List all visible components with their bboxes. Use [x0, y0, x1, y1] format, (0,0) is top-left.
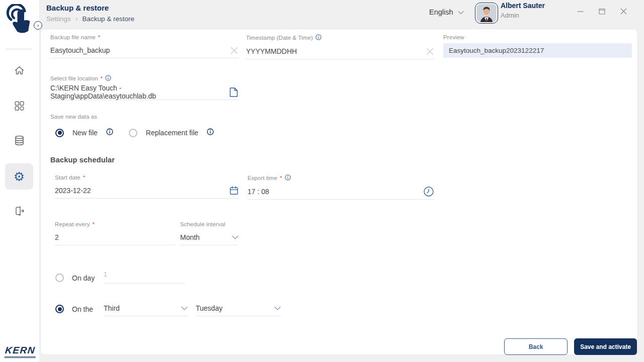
export-time-input[interactable]: 17 : 08	[248, 188, 269, 196]
backup-file-name-field: Backup file name * Easytouch_backup	[50, 34, 238, 58]
user-role: Admin	[501, 12, 545, 19]
on-day-radio[interactable]	[55, 274, 64, 282]
breadcrumb-settings[interactable]: Settings	[46, 15, 71, 23]
schedule-interval-value: Month	[180, 233, 200, 241]
weekday-value: Tuesday	[196, 304, 222, 312]
sidebar: ⚙ KERN	[0, 0, 39, 362]
home-icon	[14, 65, 25, 78]
minimize-button[interactable]	[577, 8, 584, 15]
save-new-data-as-label: Save new data as	[50, 114, 97, 120]
calendar-icon	[229, 186, 239, 196]
sidebar-item-home[interactable]	[5, 58, 33, 84]
breadcrumb-separator-icon: ›	[75, 15, 78, 23]
new-file-info-icon[interactable]	[106, 128, 113, 137]
sidebar-expand-button[interactable]: ›	[34, 21, 42, 30]
file-location-info-icon[interactable]	[105, 75, 111, 82]
chevron-down-icon	[181, 304, 188, 313]
on-day-input[interactable]: 1	[104, 269, 185, 284]
logout-icon	[14, 205, 25, 219]
easytouch-logo-icon	[5, 4, 35, 36]
backup-file-name-input[interactable]: Easytouch_backup	[50, 46, 110, 54]
ordinal-select[interactable]: Third	[104, 300, 188, 316]
sidebar-item-settings[interactable]: ⚙	[5, 163, 33, 190]
export-time-info-icon[interactable]	[285, 174, 291, 182]
back-button[interactable]: Back	[504, 338, 568, 355]
on-day-label: On day	[72, 274, 95, 282]
clear-timestamp-button[interactable]	[426, 47, 434, 56]
user-name: Albert Sauter	[501, 2, 545, 10]
open-calendar-button[interactable]	[229, 186, 239, 196]
sidebar-item-database[interactable]	[5, 128, 33, 154]
repeat-every-input[interactable]: 2	[55, 233, 59, 241]
schedule-interval-select[interactable]: Month	[180, 230, 238, 245]
clear-x-icon	[426, 47, 434, 56]
backup-file-name-label: Backup file name	[50, 34, 96, 40]
top-bar: Backup & restore Settings › Backup & res…	[39, 0, 644, 29]
start-date-input[interactable]: 2023-12-22	[55, 187, 91, 195]
apps-grid-icon	[14, 100, 25, 114]
save-new-data-as-options: New file Replacement file	[55, 128, 214, 137]
window-controls	[577, 8, 627, 15]
chevron-down-icon	[232, 233, 238, 242]
replacement-file-info-icon[interactable]	[207, 128, 214, 137]
breadcrumb: Settings › Backup & restore	[46, 15, 134, 23]
language-label: English	[429, 8, 453, 16]
chevron-down-icon	[458, 8, 464, 16]
on-day-value: 1	[104, 271, 107, 278]
browse-file-button[interactable]	[229, 87, 238, 98]
required-marker: *	[280, 175, 282, 181]
on-day-row: On day	[55, 274, 95, 282]
timestamp-field: Timestamp (Date & Time) YYYYMMDDHH	[246, 34, 434, 59]
backup-scheduler-heading: Backup schedular	[50, 156, 115, 164]
timestamp-input[interactable]: YYYYMMDDHH	[246, 47, 297, 55]
database-icon	[14, 135, 25, 148]
clock-icon	[423, 186, 434, 197]
weekday-select[interactable]: Tuesday	[196, 300, 281, 316]
export-time-label: Export time	[248, 175, 277, 181]
sidebar-item-apps[interactable]	[5, 94, 33, 120]
repeat-every-field: Repeat every * 2	[55, 221, 176, 245]
language-selector[interactable]: English	[429, 8, 464, 16]
required-marker: *	[98, 34, 101, 40]
maximize-button[interactable]	[598, 8, 605, 15]
user-info[interactable]: Albert Sauter Admin	[501, 2, 545, 19]
page-title: Backup & restore	[46, 4, 109, 12]
save-and-activate-button[interactable]: Save and activate	[574, 338, 637, 355]
file-location-input[interactable]: C:\KERN Easy Touch - Staging\appData\eas…	[50, 84, 229, 100]
replacement-file-label: Replacement file	[146, 129, 198, 137]
sidebar-divider	[6, 49, 32, 49]
maximize-icon	[599, 8, 605, 15]
start-date-label: Start date	[55, 174, 80, 180]
export-time-field: Export time * 17 : 08	[248, 174, 434, 200]
chevron-down-icon	[274, 304, 281, 313]
user-avatar[interactable]	[475, 3, 498, 24]
on-the-radio[interactable]	[55, 305, 64, 313]
start-date-field: Start date * 2023-12-22	[55, 174, 239, 199]
clear-x-icon	[230, 46, 238, 55]
replacement-file-radio[interactable]	[129, 129, 137, 137]
file-location-label: Select file location	[50, 75, 98, 81]
timestamp-label: Timestamp (Date & Time)	[246, 35, 313, 41]
new-file-label: New file	[72, 129, 98, 137]
new-file-radio[interactable]	[55, 129, 64, 137]
backup-restore-form-panel: Backup file name * Easytouch_backup Time…	[40, 29, 638, 355]
ordinal-value: Third	[104, 304, 120, 312]
sidebar-item-logout[interactable]	[5, 199, 33, 225]
avatar-photo	[476, 4, 497, 22]
breadcrumb-current: Backup & restore	[82, 15, 134, 23]
repeat-every-label: Repeat every	[55, 221, 90, 227]
required-marker: *	[101, 75, 103, 81]
preview-field: Preview Easytouch_backup2023122217	[443, 34, 632, 58]
clear-backup-file-name-button[interactable]	[230, 46, 238, 55]
required-marker: *	[83, 174, 86, 180]
open-time-picker-button[interactable]	[423, 186, 434, 197]
on-the-label: On the	[72, 305, 93, 313]
settings-gear-icon: ⚙	[14, 170, 25, 183]
preview-label: Preview	[443, 34, 464, 40]
on-the-row: On the	[55, 305, 93, 313]
timestamp-info-icon[interactable]	[315, 34, 321, 41]
schedule-interval-label: Schedule interval	[180, 221, 225, 227]
close-icon	[620, 8, 627, 15]
close-button[interactable]	[620, 8, 627, 15]
file-location-field: Select file location * C:\KERN Easy Touc…	[50, 75, 238, 100]
